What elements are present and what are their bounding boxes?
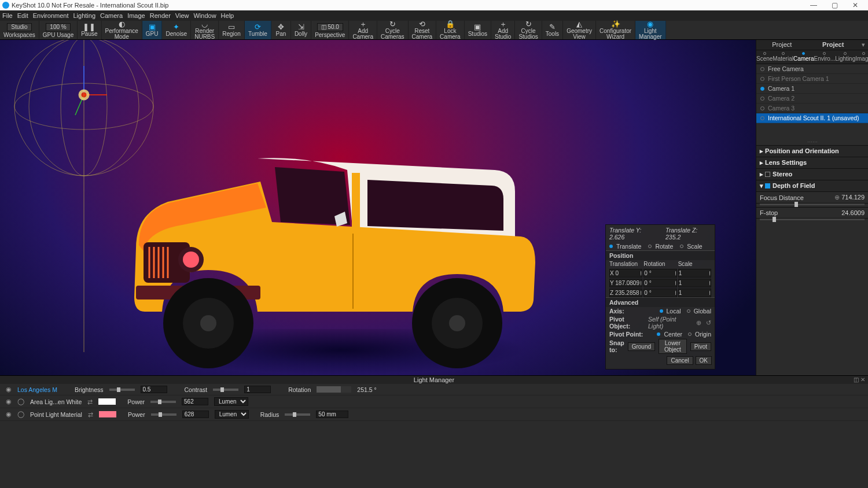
close-button[interactable]: ✕: [845, 1, 866, 9]
pos-y[interactable]: Y 187.0809⁞: [609, 279, 642, 287]
menu-edit[interactable]: Edit: [17, 12, 28, 19]
target-icon[interactable]: ⊕: [696, 319, 701, 326]
menu-view[interactable]: View: [175, 12, 189, 19]
menu-lighting[interactable]: Lighting: [73, 12, 95, 19]
pick-focus-icon[interactable]: ⊕: [834, 194, 840, 201]
tumble-button[interactable]: ⟳Tumble: [245, 21, 271, 39]
tab-material[interactable]: Material: [773, 50, 793, 64]
move-tool-panel[interactable]: Translate Y: 2.626Translate Z: 235.2 Tra…: [605, 224, 715, 369]
tab-camera[interactable]: Camera: [793, 50, 814, 64]
tab-lighting[interactable]: Lighting: [835, 50, 855, 64]
project-tab-left[interactable]: Project: [756, 40, 808, 50]
unit-select[interactable]: Lumen: [214, 397, 248, 406]
rot-y[interactable]: 0 °⁞: [643, 279, 676, 287]
denoise-button[interactable]: ✦Denoise: [162, 21, 191, 39]
light-manager-title[interactable]: Light Manager◫ ✕: [0, 376, 868, 384]
env-name[interactable]: Los Angeles M: [17, 386, 57, 393]
rotation-value[interactable]: 251.5 °: [357, 386, 376, 393]
section-lens-settings[interactable]: ▸ Lens Settings: [756, 157, 868, 168]
performance-mode-button[interactable]: ◐Performance Mode: [102, 21, 142, 39]
pivot-center[interactable]: Center: [664, 331, 682, 338]
pause-button[interactable]: ❚❚Pause: [78, 21, 101, 39]
tab-image[interactable]: Image: [855, 50, 868, 64]
add-camera-button[interactable]: ＋Add Camera: [349, 21, 377, 39]
rot-z[interactable]: 0 °⁞: [643, 289, 676, 297]
scl-y[interactable]: 1⁞: [678, 279, 711, 287]
lock-camera-button[interactable]: 🔒Lock Camera: [436, 21, 465, 39]
unit-select[interactable]: Lumen: [215, 410, 249, 419]
vehicle-model[interactable]: [133, 138, 538, 375]
visibility-toggle[interactable]: ◉: [6, 411, 12, 418]
solo-toggle[interactable]: ◯: [17, 398, 24, 405]
color-swatch[interactable]: [98, 398, 116, 405]
add-studio-button[interactable]: ＋Add Studio: [491, 21, 515, 39]
geometry-view-button[interactable]: ◭Geometry View: [563, 21, 596, 39]
light-manager-button[interactable]: ◉Light Manager: [635, 21, 665, 39]
cancel-button[interactable]: Cancel: [667, 356, 693, 365]
light-name[interactable]: Point Light Material: [30, 411, 82, 418]
gpu-usage-button[interactable]: 100 % GPU Usage: [39, 21, 78, 39]
drag-handle[interactable]: ⋯⋯: [756, 139, 868, 145]
menu-environment[interactable]: Environment: [33, 12, 69, 19]
mode-rotate[interactable]: Rotate: [655, 243, 673, 250]
focal-length-field[interactable]: ◫ 50.0 Perspective: [311, 21, 349, 39]
gpu-button[interactable]: ▣GPU: [142, 21, 163, 39]
brightness-slider[interactable]: [109, 389, 135, 391]
snap-pivot[interactable]: Pivot: [690, 342, 711, 351]
panel-menu-icon[interactable]: ▾: [859, 40, 868, 50]
section-depth-of-field[interactable]: ▾ Depth of Field: [756, 180, 868, 191]
visibility-toggle[interactable]: ◉: [6, 398, 12, 405]
menu-help[interactable]: Help: [221, 12, 234, 19]
mode-scale[interactable]: Scale: [687, 243, 702, 250]
rotation-slider[interactable]: [317, 386, 351, 393]
contrast-value[interactable]: [244, 386, 271, 393]
pan-button[interactable]: ✥Pan: [271, 21, 291, 39]
power-slider[interactable]: [151, 413, 176, 416]
pos-x[interactable]: X 0⁞: [609, 269, 642, 278]
render-nurbs-button[interactable]: ◡Render NURBS: [191, 21, 219, 39]
camera-item[interactable]: Free Camera: [756, 64, 868, 74]
power-slider[interactable]: [150, 401, 176, 403]
snap-lower-object[interactable]: Lower Object: [659, 339, 687, 354]
radius-slider[interactable]: [285, 413, 310, 416]
camera-item[interactable]: Camera 3: [756, 103, 868, 113]
configurator-wizard-button[interactable]: ✨Configurator Wizard: [596, 21, 635, 39]
camera-item-selected[interactable]: International Scout II. 1 (unsaved): [756, 113, 868, 123]
reset-camera-button[interactable]: ⟲Reset Camera: [409, 21, 437, 39]
camera-item[interactable]: Camera 1: [756, 84, 868, 94]
tools-button[interactable]: ✎Tools: [542, 21, 563, 39]
scl-x[interactable]: 1⁞: [678, 269, 711, 278]
menu-window[interactable]: Window: [193, 12, 216, 19]
rot-x[interactable]: 0 °⁞: [643, 269, 676, 278]
solo-toggle[interactable]: ◯: [17, 411, 24, 418]
cycle-cameras-button[interactable]: ↻Cycle Cameras: [377, 21, 409, 39]
snap-ground[interactable]: Ground: [628, 342, 655, 351]
pos-z[interactable]: Z 235.2858⁞: [609, 289, 642, 297]
scl-z[interactable]: 1⁞: [678, 289, 711, 297]
tab-scene[interactable]: Scene: [756, 50, 773, 64]
contrast-slider[interactable]: [213, 389, 238, 391]
power-value[interactable]: [182, 411, 209, 418]
cycle-studios-button[interactable]: ↻Cycle Studios: [515, 21, 542, 39]
menu-camera[interactable]: Camera: [100, 12, 123, 19]
section-position-orientation[interactable]: ▸ Position and Orientation: [756, 145, 868, 157]
menu-image[interactable]: Image: [127, 12, 145, 19]
pivot-origin[interactable]: Origin: [695, 331, 711, 338]
tab-environment[interactable]: Enviro...: [814, 50, 836, 64]
menu-file[interactable]: File: [2, 12, 13, 19]
maximize-button[interactable]: ▢: [824, 1, 845, 9]
visibility-toggle[interactable]: ◉: [6, 386, 12, 393]
swap-icon[interactable]: ⇄: [88, 411, 93, 418]
axis-local[interactable]: Local: [667, 308, 681, 315]
camera-item[interactable]: Camera 2: [756, 94, 868, 103]
ok-button[interactable]: OK: [696, 356, 712, 365]
light-name[interactable]: Area Lig...en White: [30, 398, 82, 405]
power-value[interactable]: [182, 398, 208, 405]
section-stereo[interactable]: ▸ Stereo: [756, 168, 868, 180]
color-swatch[interactable]: [99, 411, 116, 417]
studios-button[interactable]: ▣Studios: [465, 21, 491, 39]
render-viewport[interactable]: Translate Y: 2.626Translate Z: 235.2 Tra…: [0, 40, 756, 375]
workspaces-dropdown[interactable]: Studio Workspaces: [0, 21, 39, 39]
pivot-object-value[interactable]: Self (Point Light): [648, 316, 690, 330]
panel-controls[interactable]: ◫ ✕: [854, 376, 865, 383]
